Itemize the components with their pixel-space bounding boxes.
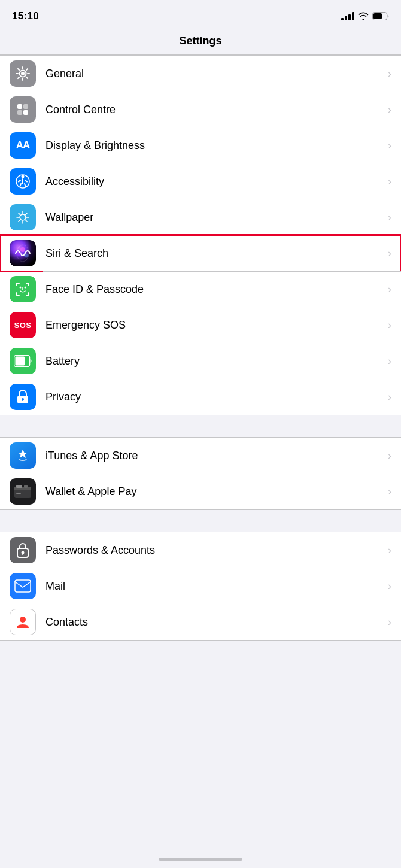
wallpaper-chevron: ›: [388, 211, 391, 224]
status-icons: [341, 12, 389, 20]
contacts-chevron: ›: [388, 616, 391, 629]
siri-search-label: Siri & Search: [45, 247, 388, 260]
siri-icon: [10, 240, 36, 266]
svg-point-14: [17, 253, 21, 256]
svg-rect-28: [16, 357, 25, 366]
settings-item-passwords-accounts[interactable]: Passwords & Accounts ›: [0, 532, 401, 568]
wallpaper-icon: [10, 204, 36, 230]
home-bar: [159, 858, 242, 861]
nav-bar: Settings: [0, 30, 401, 55]
settings-section-3: Passwords & Accounts › Mail › Contacts ›: [0, 532, 401, 641]
svg-rect-36: [16, 493, 21, 494]
settings-item-accessibility[interactable]: Accessibility ›: [0, 163, 401, 199]
svg-point-25: [25, 287, 26, 289]
wifi-icon: [358, 12, 369, 20]
settings-item-battery[interactable]: Battery ›: [0, 343, 401, 379]
control-centre-label: Control Centre: [45, 104, 388, 116]
svg-rect-6: [17, 110, 22, 115]
svg-rect-21: [28, 283, 29, 286]
general-label: General: [45, 68, 388, 80]
wallet-icon: [10, 478, 36, 505]
contacts-label: Contacts: [45, 616, 388, 629]
settings-item-face-id[interactable]: Face ID & Passcode ›: [0, 271, 401, 307]
svg-rect-7: [23, 110, 28, 115]
general-icon: [10, 60, 36, 87]
mail-chevron: ›: [388, 580, 391, 593]
settings-item-siri-search[interactable]: Siri & Search ›: [0, 235, 401, 271]
privacy-chevron: ›: [388, 391, 391, 403]
svg-rect-20: [16, 283, 17, 286]
face-id-icon: [10, 276, 36, 302]
battery-status-icon: [372, 12, 389, 20]
svg-rect-23: [28, 292, 29, 296]
itunes-appstore-label: iTunes & App Store: [45, 450, 388, 462]
status-bar: 15:10: [0, 0, 401, 30]
passwords-icon: [10, 537, 36, 563]
battery-icon: [10, 348, 36, 374]
svg-point-13: [20, 247, 25, 252]
svg-rect-31: [22, 399, 23, 401]
settings-item-display-brightness[interactable]: AA Display & Brightness ›: [0, 128, 401, 163]
settings-item-privacy[interactable]: Privacy ›: [0, 379, 401, 415]
appstore-icon: [10, 442, 36, 469]
control-centre-chevron: ›: [388, 104, 391, 116]
svg-point-2: [21, 72, 25, 75]
control-centre-icon: [10, 96, 36, 123]
svg-rect-4: [17, 104, 22, 109]
display-brightness-icon: AA: [10, 132, 36, 159]
settings-item-general[interactable]: General ›: [0, 56, 401, 92]
svg-rect-5: [23, 104, 28, 109]
battery-label: Battery: [45, 355, 388, 368]
settings-item-control-centre[interactable]: Control Centre ›: [0, 92, 401, 128]
svg-point-10: [20, 214, 26, 220]
svg-rect-11: [10, 240, 36, 266]
wallet-applepay-label: Wallet & Apple Pay: [45, 485, 388, 498]
settings-item-mail[interactable]: Mail ›: [0, 568, 401, 604]
emergency-sos-chevron: ›: [388, 319, 391, 332]
settings-item-wallet-applepay[interactable]: Wallet & Apple Pay ›: [0, 474, 401, 509]
signal-icon: [341, 12, 354, 20]
svg-point-41: [20, 617, 26, 623]
siri-search-chevron: ›: [388, 247, 391, 260]
mail-label: Mail: [45, 580, 388, 593]
svg-rect-1: [373, 13, 382, 19]
svg-rect-34: [16, 485, 22, 488]
settings-item-emergency-sos[interactable]: SOS Emergency SOS ›: [0, 307, 401, 343]
settings-item-wallpaper[interactable]: Wallpaper ›: [0, 199, 401, 235]
passwords-accounts-chevron: ›: [388, 544, 391, 557]
svg-rect-39: [22, 553, 23, 555]
svg-rect-40: [15, 580, 31, 592]
face-id-label: Face ID & Passcode: [45, 283, 388, 296]
page-title: Settings: [179, 35, 221, 47]
settings-section-2: iTunes & App Store › Wallet & Apple Pay …: [0, 437, 401, 510]
privacy-icon: [10, 384, 36, 410]
svg-point-24: [20, 287, 22, 289]
svg-point-15: [25, 254, 29, 258]
mail-icon: [10, 573, 36, 599]
contacts-icon: [10, 609, 36, 635]
wallpaper-label: Wallpaper: [45, 211, 388, 224]
itunes-appstore-chevron: ›: [388, 450, 391, 462]
passwords-accounts-label: Passwords & Accounts: [45, 544, 388, 557]
accessibility-chevron: ›: [388, 175, 391, 188]
settings-item-itunes-appstore[interactable]: iTunes & App Store ›: [0, 438, 401, 474]
settings-section-1: General › Control Centre › AA Display & …: [0, 55, 401, 415]
accessibility-icon: [10, 168, 36, 195]
battery-chevron: ›: [388, 355, 391, 368]
accessibility-label: Accessibility: [45, 175, 388, 188]
status-time: 15:10: [12, 10, 39, 22]
general-chevron: ›: [388, 68, 391, 80]
svg-point-8: [22, 175, 25, 178]
settings-item-contacts[interactable]: Contacts ›: [0, 604, 401, 640]
svg-rect-35: [24, 485, 28, 488]
home-indicator: [0, 853, 401, 863]
display-brightness-label: Display & Brightness: [45, 139, 388, 152]
wallet-applepay-chevron: ›: [388, 485, 391, 498]
display-brightness-chevron: ›: [388, 139, 391, 152]
privacy-label: Privacy: [45, 391, 388, 403]
emergency-sos-label: Emergency SOS: [45, 319, 388, 332]
face-id-chevron: ›: [388, 283, 391, 296]
svg-rect-22: [16, 292, 17, 296]
emergency-sos-icon: SOS: [10, 312, 36, 338]
